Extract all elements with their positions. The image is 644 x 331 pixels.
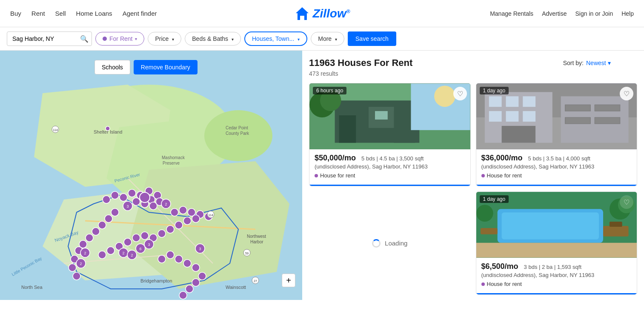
- for-rent-dot: [103, 37, 107, 41]
- svg-text:2: 2: [131, 253, 133, 257]
- results-panel: 11963 Houses For Rent Sort by: Newest ▾ …: [302, 51, 644, 300]
- favorite-button-2[interactable]: ♡: [620, 87, 633, 100]
- svg-point-49: [73, 272, 80, 280]
- nav-manage-rentals[interactable]: Manage Rentals: [490, 10, 533, 17]
- loading-indicator: Loading: [372, 239, 407, 248]
- svg-point-85: [192, 279, 200, 286]
- houses-filter-button[interactable]: Houses, Town... ▾: [244, 31, 307, 46]
- search-bar: 🔍 For Rent ▾ Price ▾ Beds & Baths ▾ Hous…: [0, 27, 644, 51]
- card-bottom-bar: [309, 185, 470, 186]
- nav-advertise[interactable]: Advertise: [542, 10, 567, 17]
- svg-point-69: [107, 247, 114, 254]
- svg-text:Bridgehampton: Bridgehampton: [140, 278, 172, 283]
- map-zoom-in-button[interactable]: +: [282, 274, 295, 287]
- for-rent-filter-button[interactable]: For Rent ▾: [95, 32, 144, 46]
- listing-type: House for rent: [481, 172, 632, 183]
- results-count: 473 results: [309, 70, 637, 77]
- header-nav: Buy Rent Sell Home Loans Agent finder: [10, 10, 157, 17]
- listing-address: (undisclosed Address), Sag Harbor, NY 11…: [315, 163, 465, 170]
- svg-point-86: [186, 285, 193, 293]
- listing-age-badge: 1 day ago: [480, 87, 509, 94]
- type-dot: [315, 174, 318, 177]
- map-overlay-buttons: Schools Remove Boundary: [94, 60, 197, 74]
- svg-text:2: 2: [80, 262, 82, 266]
- svg-point-67: [124, 238, 132, 246]
- svg-point-101: [106, 126, 110, 131]
- svg-point-27: [128, 189, 136, 197]
- svg-point-110: [434, 86, 455, 107]
- svg-text:3: 3: [126, 204, 129, 208]
- results-title: 11963 Houses For Rent: [309, 57, 412, 68]
- nav-sign-in[interactable]: Sign in or Join: [575, 10, 613, 17]
- svg-rect-123: [565, 105, 590, 111]
- for-rent-chevron-icon: ▾: [135, 37, 137, 41]
- loading-card: Loading: [309, 191, 471, 295]
- remove-boundary-button[interactable]: Remove Boundary: [134, 60, 197, 74]
- svg-rect-121: [506, 111, 518, 122]
- nav-help[interactable]: Help: [621, 10, 634, 17]
- listing-card[interactable]: 1 day ago ♡ $36,000/mo 5 bds | 3.5 ba | …: [476, 83, 638, 186]
- favorite-button-1[interactable]: ♡: [453, 87, 467, 100]
- search-input-wrap: 🔍: [7, 31, 92, 46]
- svg-text:2: 2: [122, 251, 124, 255]
- listing-card[interactable]: 6 hours ago ♡ $50,000/mo 5 bds | 4.5 ba …: [309, 83, 471, 186]
- card-bottom-bar: [476, 293, 637, 294]
- svg-text:3: 3: [199, 247, 201, 251]
- listing-image-wrap: 6 hours ago ♡: [309, 83, 470, 149]
- more-chevron-icon: ▾: [335, 37, 337, 42]
- logo-area[interactable]: Zillow®: [294, 6, 350, 22]
- svg-point-41: [105, 215, 112, 223]
- svg-marker-0: [295, 7, 308, 20]
- svg-text:2: 2: [165, 202, 167, 206]
- beds-baths-filter-button[interactable]: Beds & Baths ▾: [185, 32, 241, 46]
- svg-text:59: 59: [245, 252, 249, 255]
- nav-rent[interactable]: Rent: [31, 10, 45, 17]
- svg-point-10: [204, 110, 272, 161]
- svg-rect-118: [506, 96, 518, 107]
- svg-rect-130: [501, 212, 598, 240]
- save-search-button[interactable]: Save search: [348, 31, 396, 46]
- svg-text:Wainscott: Wainscott: [226, 285, 246, 290]
- svg-point-61: [175, 221, 183, 229]
- nav-home-loans[interactable]: Home Loans: [76, 10, 112, 17]
- listing-address: (undisclosed Address), Sag Harbor, NY 11…: [481, 163, 632, 170]
- listing-image-wrap: 1 day ago ♡: [476, 192, 637, 258]
- schools-button[interactable]: Schools: [94, 60, 130, 74]
- listing-age-badge: 6 hours ago: [313, 87, 346, 94]
- more-label: More: [318, 35, 332, 42]
- svg-rect-120: [489, 111, 501, 122]
- listing-card[interactable]: 1 day ago ♡ $6,500/mo 3 bds | 2 ba | 1,5…: [476, 191, 638, 295]
- favorite-button-4[interactable]: ♡: [620, 195, 633, 209]
- main-content: Cedar Point County Park Shelter Island N…: [0, 51, 644, 300]
- more-filter-button[interactable]: More ▾: [311, 32, 344, 46]
- svg-rect-127: [501, 126, 535, 143]
- sort-select[interactable]: Newest ▾ Price (Low to High) Price (High…: [586, 60, 637, 66]
- beds-baths-chevron-icon: ▾: [232, 37, 234, 42]
- nav-buy[interactable]: Buy: [10, 10, 21, 17]
- nav-sell[interactable]: Sell: [55, 10, 66, 17]
- svg-point-66: [132, 234, 140, 242]
- listing-price: $50,000/mo 5 bds | 4.5 ba | 3,500 sqft: [315, 154, 465, 163]
- svg-text:3: 3: [148, 243, 150, 247]
- map-svg: Cedar Point County Park Shelter Island N…: [0, 51, 302, 300]
- svg-point-63: [158, 230, 166, 237]
- svg-point-136: [476, 205, 493, 222]
- map-area: Cedar Point County Park Shelter Island N…: [0, 51, 302, 300]
- search-icon[interactable]: 🔍: [80, 35, 89, 43]
- svg-rect-122: [523, 111, 535, 122]
- beds-baths-label: Beds & Baths: [192, 35, 228, 42]
- listings-grid: 6 hours ago ♡ $50,000/mo 5 bds | 4.5 ba …: [309, 83, 637, 295]
- type-dot: [481, 174, 485, 177]
- svg-text:2: 2: [84, 251, 86, 255]
- listing-address: (undisclosed Address), Sag Harbor, NY 11…: [481, 272, 632, 278]
- nav-agent-finder[interactable]: Agent finder: [123, 10, 157, 17]
- header: Buy Rent Sell Home Loans Agent finder Zi…: [0, 0, 644, 27]
- svg-point-26: [120, 194, 127, 201]
- svg-rect-119: [523, 96, 535, 107]
- search-input[interactable]: [7, 31, 92, 46]
- price-chevron-icon: ▾: [172, 37, 174, 42]
- sort-by-label: Sort by:: [563, 60, 584, 66]
- for-rent-label: For Rent: [109, 35, 132, 42]
- price-filter-button[interactable]: Price ▾: [148, 32, 181, 46]
- svg-point-83: [192, 264, 200, 271]
